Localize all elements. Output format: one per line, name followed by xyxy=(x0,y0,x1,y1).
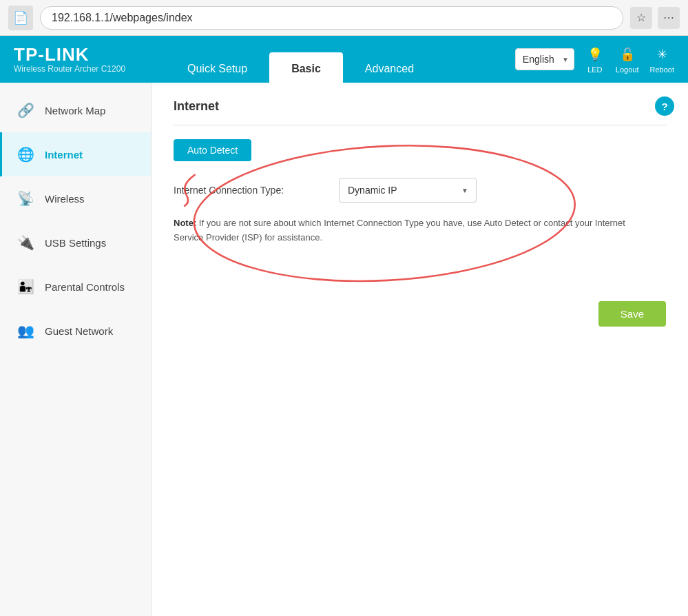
nav-tabs: Quick Setup Basic Advanced xyxy=(165,36,515,83)
usb-icon: 🔌 xyxy=(16,233,35,252)
url-text: 192.168.1.1/webpages/index xyxy=(52,12,193,24)
reboot-icon: ✳ xyxy=(652,45,671,64)
sidebar-item-network-map[interactable]: 🔗 Network Map xyxy=(0,88,151,132)
sidebar-item-usb-settings[interactable]: 🔌 USB Settings xyxy=(0,220,151,265)
sidebar-item-parental-controls[interactable]: 👨‍👧 Parental Controls xyxy=(0,265,151,309)
language-select[interactable]: English xyxy=(515,48,574,70)
auto-detect-button[interactable]: Auto Detect xyxy=(174,139,251,161)
browser-tab-icon: 📄 xyxy=(8,6,33,30)
sidebar-item-label: Parental Controls xyxy=(45,281,125,293)
header: TP-LINK Wireless Router Archer C1200 Qui… xyxy=(0,36,688,83)
sidebar: 🔗 Network Map 🌐 Internet 📡 Wireless 🔌 US… xyxy=(0,83,152,616)
sidebar-item-guest-network[interactable]: 👥 Guest Network xyxy=(0,309,151,353)
save-button[interactable]: Save xyxy=(598,301,666,327)
help-button[interactable]: ? xyxy=(655,96,674,116)
language-wrapper: English xyxy=(515,48,574,70)
connection-type-select[interactable]: Dynamic IP Static IP PPPoE L2TP PPTP xyxy=(339,178,477,203)
router-ui: TP-LINK Wireless Router Archer C1200 Qui… xyxy=(0,36,688,616)
network-map-icon: 🔗 xyxy=(16,101,35,120)
guest-icon: 👥 xyxy=(16,321,35,340)
logo-area: TP-LINK Wireless Router Archer C1200 xyxy=(14,45,165,74)
sidebar-item-label: Internet xyxy=(45,149,83,161)
note-label: Note: xyxy=(174,218,196,228)
sidebar-item-label: USB Settings xyxy=(45,237,106,249)
parental-icon: 👨‍👧 xyxy=(16,277,35,296)
section-divider xyxy=(174,125,666,125)
connection-type-select-wrapper: Dynamic IP Static IP PPPoE L2TP PPTP xyxy=(339,178,477,203)
sidebar-item-wireless[interactable]: 📡 Wireless xyxy=(0,176,151,220)
tab-advanced[interactable]: Advanced xyxy=(343,52,436,85)
header-right: English 💡 LED 🔓 Logout ✳ Reboot xyxy=(515,45,674,74)
reboot-button[interactable]: ✳ Reboot xyxy=(650,45,674,74)
url-bar[interactable]: 192.168.1.1/webpages/index xyxy=(40,6,623,30)
annotation-overlay xyxy=(152,83,688,436)
browser-favorite-icon[interactable]: ☆ xyxy=(630,7,652,29)
led-icon: 💡 xyxy=(585,45,605,64)
sidebar-item-label: Guest Network xyxy=(45,325,113,337)
internet-icon: 🌐 xyxy=(16,145,35,164)
sidebar-item-internet[interactable]: 🌐 Internet xyxy=(0,132,151,176)
sidebar-item-label: Wireless xyxy=(45,193,85,205)
tab-basic[interactable]: Basic xyxy=(269,52,343,85)
logo-text: TP-LINK xyxy=(14,45,165,65)
connection-type-row: Internet Connection Type: Dynamic IP Sta… xyxy=(174,178,666,203)
browser-menu-icon[interactable]: ⋯ xyxy=(658,7,680,29)
led-button[interactable]: 💡 LED xyxy=(585,45,605,74)
logout-icon: 🔓 xyxy=(618,45,637,64)
sidebar-item-label: Network Map xyxy=(45,105,105,116)
browser-actions: ☆ ⋯ xyxy=(630,7,680,29)
browser-bar: 📄 192.168.1.1/webpages/index ☆ ⋯ xyxy=(0,0,688,36)
main-content: ? Internet Auto Detect Internet Connecti… xyxy=(152,83,688,616)
note-text: Note: If you are not sure about which In… xyxy=(174,216,656,245)
body-layout: 🔗 Network Map 🌐 Internet 📡 Wireless 🔌 US… xyxy=(0,83,688,616)
note-body: If you are not sure about which Internet… xyxy=(174,218,625,243)
wireless-icon: 📡 xyxy=(16,189,35,208)
tab-quick-setup[interactable]: Quick Setup xyxy=(165,52,269,85)
section-title: Internet xyxy=(174,99,666,114)
logo-subtitle: Wireless Router Archer C1200 xyxy=(14,64,165,74)
connection-type-label: Internet Connection Type: xyxy=(174,185,339,196)
logout-button[interactable]: 🔓 Logout xyxy=(616,45,639,74)
